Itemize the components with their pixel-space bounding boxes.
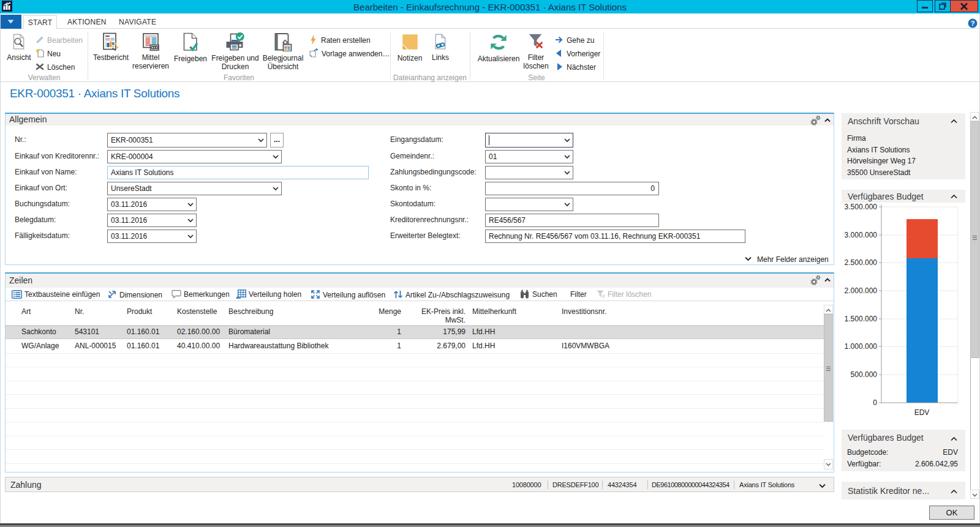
svg-text:1.000.000: 1.000.000 — [845, 342, 878, 351]
svg-text:2.000.000: 2.000.000 — [845, 286, 878, 295]
svg-text:0: 0 — [873, 398, 877, 407]
svg-text:?: ? — [971, 20, 975, 27]
svg-text:3.000.000: 3.000.000 — [845, 231, 878, 239]
svg-text:3.500.000: 3.500.000 — [845, 203, 878, 211]
svg-text:2.500.000: 2.500.000 — [845, 258, 878, 267]
svg-text:500.000: 500.000 — [851, 370, 878, 379]
svg-text:1.500.000: 1.500.000 — [845, 315, 878, 323]
svg-text:EDV: EDV — [914, 408, 930, 417]
